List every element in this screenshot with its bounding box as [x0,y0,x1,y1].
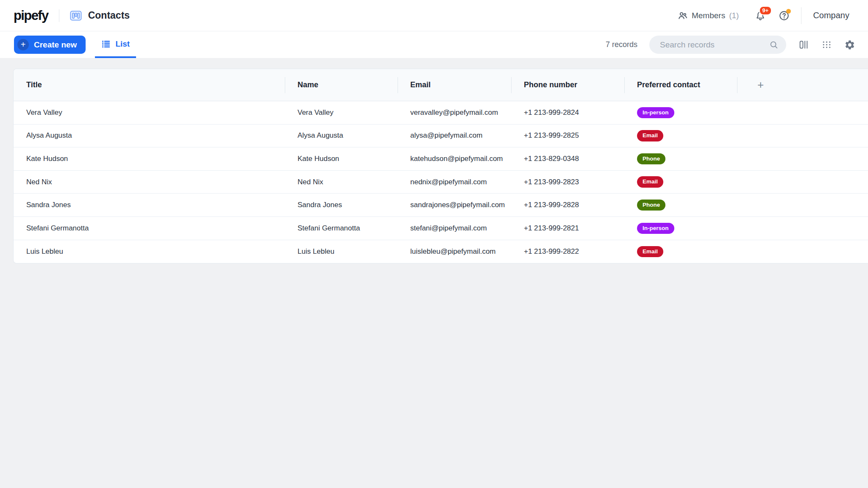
members-icon [678,11,688,21]
cell-extra [737,217,868,240]
table-row[interactable]: Kate Hudson Kate Hudson katehudson@pipef… [14,147,868,171]
cell-preferred-contact: Phone [624,194,737,216]
top-bar: pipefy Contacts [0,0,868,31]
cell-name: Alysa Augusta [285,125,398,147]
top-bar-left: pipefy Contacts [14,8,130,23]
cell-preferred-contact: In-person [624,217,737,240]
cell-name: Ned Nix [285,171,398,194]
cell-name: Kate Hudson [285,147,398,170]
vertical-divider [59,9,59,22]
preferred-contact-badge: Phone [637,200,665,211]
workspace-button[interactable]: Company [813,11,849,20]
search-icon[interactable] [769,40,779,50]
search-box[interactable] [649,36,786,54]
list-icon [101,39,111,49]
toolbar: + Create new List 7 records [0,31,868,58]
cell-extra [737,171,868,194]
column-header-preferred-contact[interactable]: Preferred contact [624,69,737,101]
help-button[interactable] [779,10,790,21]
cell-title[interactable]: Stefani Germanotta [14,217,285,240]
cell-title[interactable]: Alysa Augusta [14,125,285,147]
column-header-email[interactable]: Email [398,69,511,101]
table-row[interactable]: Luis Lebleu Luis Lebleu luislebleu@pipef… [14,240,868,263]
notification-badge: 9+ [759,6,772,15]
cell-phone: +1 213-999-2824 [511,101,624,124]
cell-preferred-contact: Phone [624,147,737,170]
help-alert-dot [786,9,791,14]
hide-fields-button[interactable] [798,39,809,50]
table-body: Vera Valley Vera Valley veravalley@pipef… [14,101,868,263]
cell-preferred-contact: Email [624,125,737,147]
column-header-title[interactable]: Title [14,69,285,101]
records-table: Title Name Email Phone number Preferred … [13,69,868,263]
card-view-button[interactable] [821,39,832,50]
cell-preferred-contact: Email [624,171,737,194]
cell-preferred-contact: In-person [624,101,737,124]
cell-phone: +1 213-999-2822 [511,240,624,263]
members-label: Members [692,11,725,20]
table-header: Title Name Email Phone number Preferred … [14,69,868,101]
cell-email: veravalley@pipefymail.com [398,101,511,124]
preferred-contact-badge: Email [637,246,663,258]
table-row[interactable]: Stefani Germanotta Stefani Germanotta st… [14,217,868,240]
add-column-button[interactable]: + [737,69,868,101]
cell-extra [737,147,868,170]
preferred-contact-badge: In-person [637,107,674,119]
cell-extra [737,194,868,216]
table-row[interactable]: Vera Valley Vera Valley veravalley@pipef… [14,101,868,125]
content-area: Title Name Email Phone number Preferred … [0,58,868,263]
notifications-button[interactable]: 9+ [755,10,766,21]
pipe-board-icon [70,10,82,22]
preferred-contact-badge: Email [637,176,663,188]
preferred-contact-badge: Email [637,130,663,141]
cell-title[interactable]: Sandra Jones [14,194,285,216]
plus-icon: + [17,39,29,50]
cell-title[interactable]: Vera Valley [14,101,285,124]
settings-button[interactable] [844,39,855,50]
table-row[interactable]: Sandra Jones Sandra Jones sandrajones@pi… [14,194,868,217]
column-header-name[interactable]: Name [285,69,398,101]
cell-name: Stefani Germanotta [285,217,398,240]
cell-title[interactable]: Ned Nix [14,171,285,194]
cell-preferred-contact: Email [624,240,737,263]
create-new-label: Create new [34,40,77,50]
cell-title[interactable]: Luis Lebleu [14,240,285,263]
create-new-button[interactable]: + Create new [14,36,86,54]
table-row[interactable]: Ned Nix Ned Nix nednix@pipefymail.com +1… [14,171,868,194]
cell-phone: +1 213-999-2823 [511,171,624,194]
cell-email: sandrajones@pipefymail.com [398,194,511,216]
tab-list-label: List [115,39,130,49]
cell-phone: +1 213-829-0348 [511,147,624,170]
table-row[interactable]: Alysa Augusta Alysa Augusta alysa@pipefy… [14,125,868,148]
preferred-contact-badge: In-person [637,223,674,234]
cell-email: stefani@pipefymail.com [398,217,511,240]
cell-email: luislebleu@pipefymail.com [398,240,511,263]
cell-phone: +1 213-999-2828 [511,194,624,216]
search-input[interactable] [652,40,769,50]
app-root: pipefy Contacts [0,0,868,263]
pipefy-logo[interactable]: pipefy [14,8,48,23]
cell-name: Sandra Jones [285,194,398,216]
cell-phone: +1 213-999-2825 [511,125,624,147]
cell-extra [737,125,868,147]
cell-extra [737,240,868,263]
members-button[interactable]: Members (1) [678,11,739,21]
members-count: (1) [729,11,739,20]
cell-email: katehudson@pipefymail.com [398,147,511,170]
column-header-phone[interactable]: Phone number [511,69,624,101]
cell-name: Vera Valley [285,101,398,124]
cell-email: alysa@pipefymail.com [398,125,511,147]
cell-email: nednix@pipefymail.com [398,171,511,194]
top-bar-right: Members (1) 9+ [678,7,849,24]
cell-extra [737,101,868,124]
cell-name: Luis Lebleu [285,240,398,263]
vertical-divider [801,7,801,24]
preferred-contact-badge: Phone [637,153,665,165]
records-count: 7 records [606,40,637,49]
page-title: Contacts [88,10,130,21]
tab-list[interactable]: List [95,31,136,58]
cell-title[interactable]: Kate Hudson [14,147,285,170]
cell-phone: +1 213-999-2821 [511,217,624,240]
